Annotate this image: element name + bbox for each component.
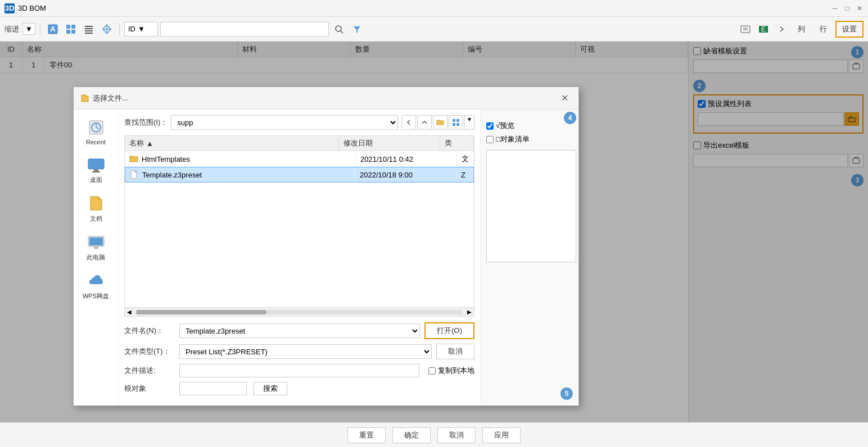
rootobj-row: 根对象 搜索 (124, 382, 474, 395)
ok-btn[interactable]: 确定 (392, 427, 431, 443)
filename-area: 文件名(N)： Template.z3preset 打开(O) 文件类型(T)： (124, 322, 474, 395)
file-type-cell: 文 (457, 151, 474, 167)
sidebar-item-computer[interactable]: 此电脑 (76, 229, 116, 265)
objlist-checkbox[interactable] (486, 136, 494, 143)
apply-btn[interactable]: 应用 (482, 427, 521, 443)
close-btn[interactable]: ✕ (856, 4, 864, 12)
filetype-row: 文件类型(T)： Preset List(*.Z3PRESET) 取消 (124, 344, 474, 359)
preview-checkbox[interactable] (486, 122, 494, 130)
rootobj-input[interactable] (179, 382, 247, 395)
location-buttons: ▼ (401, 115, 474, 130)
computer-icon (86, 232, 106, 252)
dialog-sidebar: Recent 桌面 (74, 110, 119, 405)
location-back-btn[interactable] (401, 115, 416, 130)
search-btn[interactable]: 搜索 (254, 382, 287, 395)
open-button[interactable]: 打开(O) (424, 322, 474, 339)
file-modified-cell: 2021/10/11 0:42 (356, 151, 457, 167)
copy-checkbox[interactable] (428, 367, 436, 375)
separator1 (40, 23, 40, 35)
sidebar-item-documents[interactable]: 文档 (76, 190, 116, 226)
filetype-select[interactable]: Preset List(*.Z3PRESET) (179, 344, 432, 359)
file-item-template[interactable]: Template.z3preset 2022/10/18 9:00 Z (125, 167, 474, 183)
preview-checkbox-row: √预览 (486, 121, 573, 131)
filename-select[interactable]: Template.z3preset (179, 323, 420, 338)
location-view-btn[interactable] (449, 115, 463, 130)
col-name[interactable]: 名称 ▲ (125, 136, 339, 150)
horizontal-scrollbar[interactable]: ◀ ▶ (124, 308, 474, 317)
file-name-cell: HtmlTemplates (125, 151, 356, 167)
search-icon-btn[interactable] (331, 21, 347, 37)
toolbar-btn-3[interactable] (81, 21, 97, 37)
dialog-close-btn[interactable]: ✕ (558, 92, 572, 104)
sidebar-item-desktop[interactable]: 桌面 (76, 151, 116, 188)
cancel-button[interactable]: 取消 (436, 344, 474, 359)
location-folder-btn[interactable] (433, 115, 447, 130)
tab-col[interactable]: 列 (792, 21, 811, 37)
arrow-right-btn[interactable] (774, 21, 789, 37)
filedesc-row: 文件描述: 复制到本地 (124, 364, 474, 377)
col-type[interactable]: 类 (440, 136, 474, 150)
copy-label: 复制到本地 (438, 366, 474, 376)
restore-btn[interactable]: □ (843, 4, 851, 12)
wps-icon (86, 271, 106, 291)
svg-rect-24 (92, 171, 100, 172)
scroll-right-btn[interactable]: ▶ (465, 309, 474, 315)
sidebar-docs-label: 文档 (90, 215, 102, 223)
dialog-title-bar: 选择文件... ✕ (74, 87, 578, 110)
filename-label: 文件名(N)： (124, 326, 175, 336)
filedesc-input[interactable] (179, 364, 419, 377)
col-modified[interactable]: 修改日期 (339, 136, 440, 150)
svg-rect-7 (71, 30, 75, 34)
filename-row: 文件名(N)： Template.z3preset 打开(O) (124, 322, 474, 339)
dialog-overlay: 选择文件... ✕ Recent (0, 42, 868, 422)
recent-icon (86, 117, 106, 138)
svg-rect-26 (94, 247, 98, 249)
sidebar-computer-label: 此电脑 (87, 253, 105, 262)
toolbar-btn-2[interactable] (63, 21, 79, 37)
svg-text:E: E (761, 25, 766, 33)
cancel-btn-bottom[interactable]: 取消 (437, 427, 476, 443)
tab-settings[interactable]: 设置 (835, 21, 864, 38)
dialog-main-area: 查找范围(I)： supp (119, 110, 480, 405)
location-up-btn[interactable] (417, 115, 432, 130)
export-btn-1[interactable] (738, 21, 753, 37)
file-item-htmltemplates[interactable]: HtmlTemplates 2021/10/11 0:42 文 (125, 151, 474, 167)
scrollbar-track[interactable] (136, 310, 463, 314)
file-type-cell-2: Z (456, 167, 473, 182)
bottom-bar: 重置 确定 取消 应用 (0, 422, 868, 447)
scrollbar-thumb[interactable] (136, 310, 266, 314)
toolbar-btn-4[interactable] (99, 21, 115, 37)
id-dropdown[interactable]: ID ▼ (124, 22, 158, 37)
view-dropdown-arrow[interactable]: ▼ (464, 115, 474, 130)
sidebar-item-wps[interactable]: WPS网盘 (76, 267, 116, 304)
file-name-cell-2: Template.z3preset (125, 167, 355, 182)
minimize-btn[interactable]: ─ (831, 4, 839, 12)
export-btn-2[interactable]: E (756, 21, 771, 37)
location-select[interactable]: supp (171, 115, 398, 130)
dropdown-arrow: ▼ (138, 25, 145, 33)
filedesc-label: 文件描述: (124, 366, 175, 376)
toolbar-btn-1[interactable]: A (45, 21, 61, 37)
search-input[interactable] (161, 22, 328, 36)
svg-rect-11 (85, 33, 93, 34)
sidebar-item-recent[interactable]: Recent (76, 114, 116, 149)
collapse-dropdown-icon[interactable]: ▼ (22, 23, 35, 35)
file-list-body: HtmlTemplates 2021/10/11 0:42 文 (124, 150, 474, 308)
tab-row[interactable]: 行 (813, 21, 833, 37)
file-icon (130, 170, 139, 179)
svg-line-13 (341, 31, 343, 33)
dialog-right-panel: 4 √预览 □对象清单 (480, 110, 578, 405)
objlist-checkbox-row: □对象清单 (486, 134, 573, 144)
desktop-icon (86, 154, 106, 175)
rootobj-label: 根对象 (124, 384, 175, 394)
folder-icon (129, 154, 138, 163)
filter-icon-btn[interactable] (349, 21, 365, 37)
filetype-label: 文件类型(T)： (124, 346, 175, 357)
app-title: 3D BOM (18, 4, 46, 12)
svg-rect-31 (456, 123, 459, 126)
file-modified-cell-2: 2022/10/18 9:00 (355, 167, 456, 182)
reset-btn[interactable]: 重置 (347, 427, 386, 443)
svg-rect-8 (85, 26, 93, 27)
scroll-left-btn[interactable]: ◀ (125, 309, 134, 315)
sidebar-recent-label: Recent (86, 139, 106, 145)
